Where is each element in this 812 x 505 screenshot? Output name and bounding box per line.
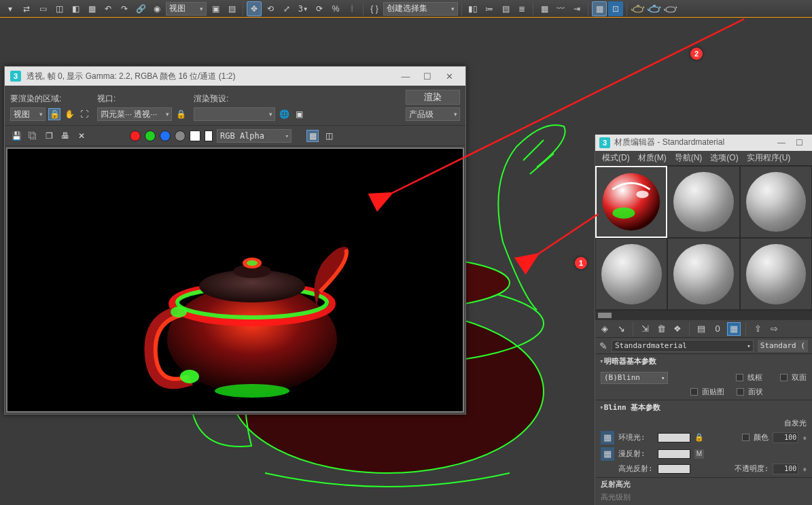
get-material-icon[interactable]: ◈ [598, 322, 612, 336]
filter-icon[interactable]: ▣ [208, 1, 223, 16]
diffuse-swatch[interactable] [658, 449, 690, 459]
region-icon[interactable]: ▦ [84, 1, 99, 16]
specular-swatch[interactable] [658, 464, 690, 474]
channel-blue[interactable] [160, 130, 171, 141]
rollout-header-blinn[interactable]: Blinn 基本参数 [595, 400, 812, 415]
slots-scrollbar[interactable] [595, 311, 812, 320]
lock-area-icon[interactable]: 🔒 [48, 108, 60, 120]
menu-options[interactable]: 选项(O) [707, 152, 741, 164]
selection-set-combo[interactable]: 创建选择集 [383, 2, 458, 16]
percent-icon[interactable]: % [328, 1, 343, 16]
select-rect-icon[interactable]: ▭ [35, 1, 50, 16]
undo-icon[interactable]: ↶ [101, 1, 116, 16]
swatch-white[interactable] [205, 130, 213, 141]
render-mode-select[interactable]: 产品级 [406, 107, 460, 121]
select-object-icon[interactable]: ◉ [149, 1, 164, 16]
material-slot-3[interactable] [740, 166, 812, 238]
selfillum-color-checkbox[interactable] [742, 434, 749, 441]
rotate-icon[interactable]: ⟲ [263, 1, 278, 16]
move-icon[interactable]: ✥ [247, 1, 262, 16]
filter2-icon[interactable]: ▤ [224, 1, 239, 16]
channel-green[interactable] [145, 130, 156, 141]
region-crop-icon[interactable]: ⛶ [78, 108, 90, 120]
toggle-overlay-icon[interactable]: ▦ [306, 130, 319, 142]
wireframe-checkbox[interactable] [736, 374, 743, 381]
facemap-checkbox[interactable] [690, 388, 698, 396]
teapot-online-icon[interactable] [647, 1, 662, 16]
channel-mono[interactable] [190, 130, 200, 141]
close-button[interactable]: ✕ [438, 71, 460, 82]
lock-viewport-icon[interactable]: 🔒 [175, 108, 187, 120]
rollout-header-shader[interactable]: 明暗器基本参数 [595, 354, 812, 369]
hand-pan-icon[interactable]: ✋ [63, 108, 75, 120]
toggle-ribbon-icon[interactable]: ▦ [537, 1, 552, 16]
render-output-canvas[interactable] [6, 147, 464, 413]
ambient-swatch[interactable] [658, 433, 690, 442]
material-name-combo[interactable]: Standardmaterial [612, 340, 754, 352]
manip-icon[interactable]: ⟳ [312, 1, 327, 16]
diffuse-map-button[interactable]: M [694, 449, 704, 459]
redo-icon[interactable]: ↷ [117, 1, 132, 16]
show-map-icon[interactable]: ▦ [727, 322, 741, 336]
material-slot-4[interactable] [595, 238, 667, 310]
faceted-checkbox[interactable] [737, 388, 744, 396]
teapot-render-icon[interactable] [631, 1, 646, 16]
preset-select[interactable] [194, 107, 275, 121]
view-combo[interactable]: 视图 [166, 2, 207, 16]
make-unique-icon[interactable]: ❖ [671, 322, 684, 336]
opacity-spinner[interactable]: 100 [773, 464, 798, 474]
maximize-button[interactable]: ☐ [790, 138, 808, 147]
selfillum-spinner[interactable]: 100 [773, 432, 798, 443]
material-slot-2[interactable] [667, 166, 739, 238]
save-image-icon[interactable]: 💾 [10, 130, 22, 142]
snap-angle-icon[interactable]: ⦙ [345, 1, 359, 16]
assign-icon[interactable]: ⇲ [638, 322, 652, 336]
maximize-button[interactable]: ☐ [417, 71, 438, 82]
pick-material-icon[interactable]: ✎ [599, 341, 607, 351]
layers-icon[interactable]: ▤ [498, 1, 513, 16]
layer-manager-icon[interactable]: ≣ [514, 1, 529, 16]
menu-util[interactable]: 实用程序(U) [744, 152, 794, 164]
select-lasso-icon[interactable]: ◫ [52, 1, 67, 16]
render-window-titlebar[interactable]: 3 透视, 帧 0, 显示 Gamma: 2.2, RGBA 颜色 16 位/通… [5, 67, 465, 86]
print-icon[interactable]: 🖶 [59, 130, 71, 142]
viewport-select[interactable]: 四元菜··· 透视··· [97, 107, 172, 121]
material-slot-6[interactable] [740, 238, 812, 310]
scale-icon[interactable]: ⤢ [279, 1, 294, 16]
compare-icon[interactable]: ◫ [323, 130, 335, 142]
link-tool-icon[interactable]: 🔗 [133, 1, 148, 16]
material-slot-5[interactable] [667, 238, 739, 310]
mirror-icon[interactable]: ▮▯ [465, 1, 480, 16]
curve-editor-icon[interactable]: 〰 [553, 1, 568, 16]
render-frame-icon[interactable]: ⊡ [608, 1, 623, 16]
clone-image-icon[interactable]: ❐ [43, 130, 55, 142]
preset-globe-icon[interactable]: 🌐 [278, 108, 290, 120]
ambient-map-icon[interactable]: ▦ [601, 431, 614, 445]
menu-nav[interactable]: 导航(N) [672, 152, 705, 164]
menu-mode[interactable]: 模式(D) [599, 152, 633, 164]
named-sel-icon[interactable]: { } [367, 1, 382, 16]
placement-icon[interactable]: 3▾ [296, 1, 311, 16]
rgba-select[interactable]: RGB Alpha [217, 129, 292, 143]
ambient-lock-icon[interactable]: 🔒 [694, 433, 704, 442]
material-slot-1[interactable] [595, 166, 667, 238]
material-editor-titlebar[interactable]: 3 材质编辑器 - Standardmaterial — ☐ [595, 135, 812, 151]
minimize-button[interactable]: — [395, 71, 417, 82]
shader-type-combo[interactable]: (B)Blinn [601, 372, 668, 384]
menu-material[interactable]: 材质(M) [635, 152, 669, 164]
two-sided-checkbox[interactable] [780, 374, 788, 381]
go-forward-icon[interactable]: ⇨ [767, 322, 781, 336]
diffuse-map-icon[interactable]: ▦ [601, 447, 614, 461]
put-to-scene-icon[interactable]: ↘ [614, 322, 628, 336]
material-id-icon[interactable]: 0 [711, 322, 724, 336]
channel-red[interactable] [130, 130, 141, 141]
area-select[interactable]: 视图 [10, 107, 46, 121]
schematic-icon[interactable]: ⇥ [569, 1, 584, 16]
render-button[interactable]: 渲染 [406, 90, 460, 105]
align-icon[interactable]: ≔ [482, 1, 497, 16]
put-library-icon[interactable]: ▤ [694, 322, 708, 336]
clear-icon[interactable]: ✕ [75, 130, 88, 142]
link-icon[interactable]: ⇄ [19, 1, 34, 16]
material-type-button[interactable]: Standard ( [758, 340, 808, 352]
select-paint-icon[interactable]: ◧ [68, 1, 83, 16]
